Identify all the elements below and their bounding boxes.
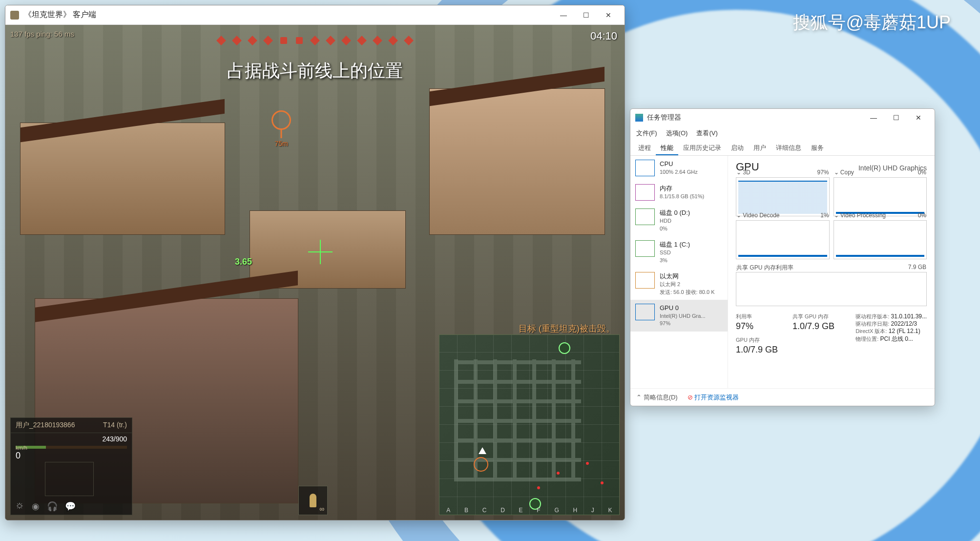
tab-bar: 进程性能应用历史记录启动用户详细信息服务 — [630, 140, 935, 156]
minimap-flag-icon — [559, 342, 570, 354]
directx-label: DirectX 版本: — [855, 328, 887, 334]
marker-ring-icon — [271, 110, 291, 130]
open-resource-monitor-link[interactable]: ⊘ 打开资源监视器 — [688, 393, 739, 402]
hp-bar — [16, 446, 127, 449]
driver-date-value: 2022/12/3 — [891, 320, 917, 327]
directx-value: 12 (FL 12.1) — [889, 328, 920, 334]
tank-silhouette-icon — [45, 462, 94, 496]
objective-text: 占据战斗前线上的位置 — [227, 59, 403, 83]
perf-thumb-icon — [635, 208, 655, 225]
perf-item-disk[interactable]: 磁盘 1 (C:)SSD3% — [630, 236, 728, 268]
game-title: 《坦克世界》 客户端 — [24, 10, 96, 20]
minimap-objective-icon — [474, 457, 488, 472]
minimize-button[interactable]: — — [552, 7, 575, 23]
perf-item-mem[interactable]: 内存8.1/15.8 GB (51%) — [630, 180, 728, 205]
shared-label: 共享 GPU 内存 — [792, 313, 834, 320]
maximize-button[interactable]: ☐ — [575, 7, 597, 23]
battle-timer: 04:10 — [590, 30, 617, 42]
perf-item-gpu[interactable]: GPU 0Intel(R) UHD Gra...97% — [630, 300, 728, 332]
menu-view[interactable]: 查看(V) — [696, 129, 717, 138]
perf-item-disk[interactable]: 磁盘 0 (D:)HDD0% — [630, 205, 728, 236]
game-viewport[interactable]: 137 fps ping: 56 ms 04:10 占据战斗前线上的位置 75m… — [5, 25, 625, 520]
headset-icon[interactable]: 🎧 — [47, 501, 58, 512]
task-manager-icon — [635, 114, 643, 122]
gpu-chart: ⌄ Video Processing0% — [834, 220, 927, 259]
location-label: 物理位置: — [855, 336, 878, 342]
chat-icon[interactable]: 💬 — [65, 501, 76, 512]
perf-thumb-icon — [635, 272, 655, 289]
tab-启动[interactable]: 启动 — [726, 140, 749, 155]
marker-distance: 75m — [271, 140, 291, 147]
task-manager-window: 任务管理器 — ☐ ✕ 文件(F) 选项(O) 查看(V) 进程性能应用历史记录… — [630, 108, 935, 406]
menu-options[interactable]: 选项(O) — [666, 129, 688, 138]
gpu-chart: ⌄ 3D97% — [736, 177, 830, 216]
driver-date-label: 驱动程序日期: — [855, 321, 889, 327]
shared-value: 1.0/7.9 GB — [792, 321, 834, 332]
speed-label: km/h — [16, 445, 27, 451]
minimap-player-icon — [479, 447, 486, 454]
game-titlebar[interactable]: 《坦克世界》 客户端 — ☐ ✕ — [5, 5, 625, 25]
tab-用户[interactable]: 用户 — [749, 140, 771, 155]
perf-thumb-icon — [635, 160, 655, 176]
performance-sidebar: CPU100% 2.64 GHz内存8.1/15.8 GB (51%)磁盘 0 … — [630, 156, 728, 388]
driver-version-label: 驱动程序版本: — [855, 313, 889, 319]
shared-chart-label: 共享 GPU 内存利用率 — [736, 264, 793, 272]
tab-进程[interactable]: 进程 — [633, 140, 656, 155]
task-manager-titlebar[interactable]: 任务管理器 — ☐ ✕ — [630, 109, 935, 126]
ammo-count: ∞ — [319, 505, 324, 513]
speed-value: 0 — [16, 451, 27, 461]
gpumem-label: GPU 内存 — [736, 336, 778, 344]
gpu-chart: ⌄ Copy0% — [834, 177, 927, 216]
hud-bottom-icons: ⛭ ◉ 🎧 💬 — [16, 501, 76, 512]
performance-main: GPU Intel(R) UHD Graphics ⌄ 3D97%⌄ Copy0… — [728, 156, 935, 388]
location-value: PCI 总线 0... — [880, 335, 913, 342]
brief-info-toggle[interactable]: ⌃ 简略信息(D) — [636, 393, 678, 402]
hp-text: 243/900 — [11, 433, 132, 445]
perf-thumb-icon — [635, 184, 655, 201]
player-name: 用户_22180193866 — [16, 421, 75, 430]
tab-服务[interactable]: 服务 — [806, 140, 829, 155]
gpu-name: Intel(R) UHD Graphics — [858, 164, 927, 172]
driver-version-value: 31.0.101.39... — [891, 313, 927, 320]
kill-message: 目标 (重型坦克)被击毁。 — [519, 323, 615, 334]
task-manager-title: 任务管理器 — [647, 113, 681, 122]
shared-gpu-chart: 共享 GPU 内存利用率 7.9 GB — [736, 272, 927, 306]
team-status-icons — [218, 37, 412, 44]
perf-thumb-icon — [635, 240, 655, 257]
close-button[interactable]: ✕ — [907, 110, 930, 125]
tab-应用历史记录[interactable]: 应用历史记录 — [678, 140, 726, 155]
objective-marker: 75m — [271, 110, 291, 147]
bullet-icon — [310, 494, 316, 507]
util-label: 利用率 — [736, 313, 778, 320]
player-hud-panel: 用户_22180193866 T14 (tr.) 243/900 km/h 0 … — [10, 417, 132, 515]
fps-ping-display: 137 fps ping: 56 ms — [10, 30, 74, 38]
game-window: 《坦克世界》 客户端 — ☐ ✕ 137 fps ping: 56 ms 04:… — [5, 5, 625, 520]
binoculars-icon[interactable]: ⛭ — [16, 501, 24, 512]
util-value: 97% — [736, 321, 778, 332]
minimap-columns: ABCDEFGHJK — [439, 507, 619, 514]
minimize-button[interactable]: — — [862, 110, 885, 125]
reload-timer: 3.65 — [235, 257, 252, 267]
perf-item-cpu[interactable]: CPU100% 2.64 GHz — [630, 156, 728, 180]
status-icon[interactable]: ◉ — [32, 501, 40, 512]
gpumem-value: 1.0/7.9 GB — [736, 345, 778, 355]
perf-item-net[interactable]: 以太网以太网 2发送: 56.0 接收: 80.0 K — [630, 268, 728, 300]
ammo-slot[interactable]: ∞ — [298, 486, 328, 515]
tab-详细信息[interactable]: 详细信息 — [771, 140, 806, 155]
maximize-button[interactable]: ☐ — [885, 110, 907, 125]
minimap[interactable]: ABCDEFGHJK — [439, 334, 620, 515]
menu-bar: 文件(F) 选项(O) 查看(V) — [630, 126, 935, 140]
tab-性能[interactable]: 性能 — [656, 140, 678, 155]
watermark-text: 搜狐号@毒蘑菇1UP — [793, 11, 951, 35]
menu-file[interactable]: 文件(F) — [636, 129, 657, 138]
shared-chart-value: 7.9 GB — [908, 264, 926, 270]
close-button[interactable]: ✕ — [597, 7, 620, 23]
game-app-icon — [10, 11, 19, 20]
gpu-chart: ⌄ Video Decode1% — [736, 220, 830, 259]
tank-name: T14 (tr.) — [103, 421, 127, 430]
task-manager-footer: ⌃ 简略信息(D) ⊘ 打开资源监视器 — [630, 388, 935, 406]
crosshair-icon — [308, 240, 333, 264]
perf-thumb-icon — [635, 304, 655, 320]
